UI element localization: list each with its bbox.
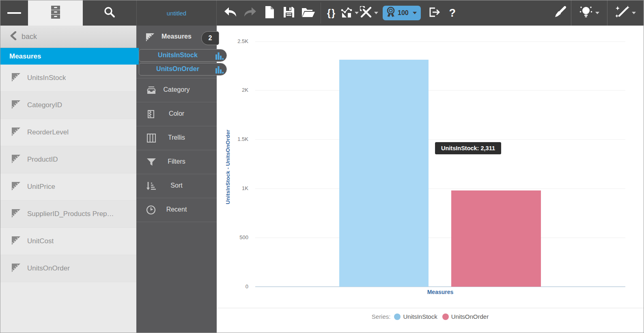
open-button[interactable]	[299, 0, 318, 26]
chart-bar-unitsinstock[interactable]	[339, 60, 429, 287]
toolbar-actions: {} 100	[217, 0, 549, 26]
field-label: UnitPrice	[27, 183, 55, 191]
sidebar-field-supplierid-products-prep-[interactable]: SupplierID_Products Prep…	[0, 201, 136, 228]
row-recent[interactable]: Recent	[136, 198, 217, 222]
legend: Series: UnitsInStockUnitsOnOrder	[217, 313, 644, 320]
row-label: Recent	[136, 206, 217, 213]
row-trellis[interactable]: Trellis	[136, 126, 217, 150]
hamburger-menu-button[interactable]	[0, 0, 28, 26]
row-label: Sort	[136, 182, 217, 189]
sidebar-field-unitprice[interactable]: UnitPrice	[0, 173, 136, 201]
panel-filler	[136, 222, 217, 333]
y-tick-label: 0	[224, 283, 248, 290]
insights-button[interactable]	[571, 0, 607, 26]
performance-score-button[interactable]: 100	[383, 6, 421, 20]
sidebar-field-unitsonorder[interactable]: UnitsOnOrder	[0, 255, 136, 282]
legend-label: UnitsOnOrder	[451, 313, 489, 320]
measures-section-header[interactable]: Measures 2	[136, 26, 217, 49]
measure-pills: UnitsInStock UnitsOnOrder	[136, 49, 217, 78]
chart-type-button[interactable]	[340, 0, 359, 26]
measure-ruler-icon	[11, 235, 22, 247]
score-value: 100	[398, 9, 409, 17]
tools-button[interactable]	[359, 0, 379, 26]
x-axis-line	[255, 286, 625, 287]
row-category[interactable]: Category	[136, 78, 217, 102]
row-label: Trellis	[136, 134, 217, 141]
mini-bar-chart-icon	[215, 66, 224, 75]
document-title[interactable]: untitled	[136, 0, 217, 26]
tools-icon	[360, 6, 372, 20]
pill-label: UnitsInStock	[139, 52, 216, 59]
sidebar-field-reorderlevel[interactable]: ReorderLevel	[0, 119, 136, 146]
quick-actions-button[interactable]	[607, 0, 644, 26]
legend-prefix: Series:	[372, 313, 391, 320]
legend-entries: UnitsInStockUnitsOnOrder	[394, 313, 489, 320]
pill-unitsinstock[interactable]: UnitsInStock	[139, 49, 227, 62]
mini-bar-chart-icon	[215, 52, 224, 61]
expression-editor-button[interactable]: {}	[323, 0, 340, 26]
medal-icon	[386, 6, 396, 19]
sidebar-field-productid[interactable]: ProductID	[0, 146, 136, 173]
selected-item-label: Measures	[9, 52, 41, 61]
chevron-down-icon	[595, 12, 599, 14]
save-icon	[283, 6, 295, 20]
measure-ruler-icon	[11, 126, 22, 138]
legend-label: UnitsInStock	[403, 313, 437, 320]
measure-ruler-icon	[11, 72, 22, 84]
field-label: ReorderLevel	[27, 128, 69, 136]
redo-button[interactable]	[240, 0, 260, 26]
pill-unitsonorder[interactable]: UnitsOnOrder	[139, 63, 227, 76]
chevron-down-icon	[374, 12, 378, 14]
chart-type-icon	[340, 6, 353, 20]
help-icon: ?	[449, 7, 456, 19]
row-filters[interactable]: Filters	[136, 150, 217, 174]
back-label: back	[22, 32, 37, 41]
sidebar-item-measures-selected[interactable]: Measures	[0, 48, 139, 65]
gridline	[255, 238, 625, 238]
back-button[interactable]: back	[0, 26, 136, 48]
paintbrush-icon	[554, 6, 566, 20]
chart-area: UnitsInStock - UnitsOnOrder Measures Uni…	[217, 26, 644, 333]
row-color[interactable]: Color	[136, 102, 217, 126]
new-document-button[interactable]	[260, 0, 279, 26]
undo-icon	[224, 7, 237, 19]
sidebar-field-categoryid[interactable]: CategoryID	[0, 92, 136, 119]
legend-entry-unitsinstock[interactable]: UnitsInStock	[394, 313, 437, 320]
data-sources-tab[interactable]	[28, 0, 83, 26]
y-tick-label: 500	[224, 234, 248, 240]
legend-color-dot	[442, 314, 449, 320]
measure-ruler-icon	[11, 208, 22, 220]
legend-separator	[217, 308, 644, 308]
lightbulb-icon	[579, 5, 593, 21]
chart-bar-unitsonorder[interactable]	[451, 190, 541, 287]
app-window: untitled	[0, 0, 644, 333]
field-label: ProductID	[27, 156, 58, 164]
row-label: Filters	[136, 158, 217, 165]
pill-label: UnitsOnOrder	[139, 65, 216, 73]
search-icon	[103, 6, 116, 20]
y-tick-label: 1.5K	[224, 136, 248, 142]
row-label: Category	[136, 86, 217, 93]
row-sort[interactable]: Sort	[136, 174, 217, 198]
search-button[interactable]	[83, 0, 136, 26]
field-label: CategoryID	[27, 101, 62, 109]
theme-brush-button[interactable]	[549, 0, 571, 26]
visualization-editor-panel: Measures 2 UnitsInStock UnitsOnOrder	[136, 26, 217, 333]
sidebar-field-unitsinstock[interactable]: UnitsInStock	[0, 65, 136, 92]
x-axis-label: Measures	[255, 289, 625, 295]
sidebar-field-unitcost[interactable]: UnitCost	[0, 228, 136, 255]
field-label: SupplierID_Products Prep…	[27, 210, 114, 218]
save-button[interactable]	[279, 0, 299, 26]
legend-entry-unitsonorder[interactable]: UnitsOnOrder	[442, 313, 489, 320]
field-label: UnitsOnOrder	[27, 264, 70, 272]
measures-count-badge: 2	[201, 31, 219, 45]
help-button[interactable]: ?	[444, 0, 461, 26]
bar-chart-plot: UnitsInStock - UnitsOnOrder Measures Uni…	[217, 26, 644, 333]
export-button[interactable]	[425, 0, 444, 26]
export-icon	[429, 6, 441, 19]
toolbar-separator	[321, 2, 321, 24]
file-cabinet-icon	[50, 5, 62, 21]
y-tick-label: 1K	[224, 185, 248, 191]
undo-button[interactable]	[221, 0, 240, 26]
measure-ruler-icon	[11, 262, 22, 275]
